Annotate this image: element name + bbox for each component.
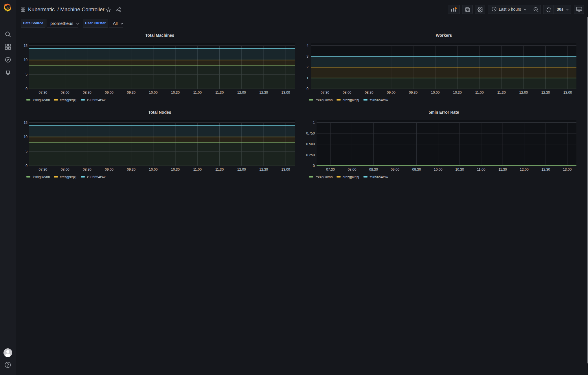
svg-text:09:00: 09:00 [105,168,113,172]
svg-text:12:30: 12:30 [541,168,550,172]
svg-text:10:30: 10:30 [453,91,462,95]
svg-text:7s8lg8kvnh: 7s8lg8kvnh [315,175,333,179]
svg-text:7s8lg8kvnh: 7s8lg8kvnh [32,98,50,102]
svg-text:z985654tsw: z985654tsw [87,98,105,102]
svg-text:10:00: 10:00 [431,91,440,95]
svg-text:08:30: 08:30 [83,91,91,95]
svg-text:09:00: 09:00 [387,91,396,95]
svg-text:10:30: 10:30 [171,91,180,95]
svg-text:Total Machines: Total Machines [145,33,174,38]
svg-text:z985654tsw: z985654tsw [370,98,388,102]
svg-text:0: 0 [25,164,27,168]
svg-text:0.750: 0.750 [306,131,315,135]
svg-text:08:30: 08:30 [369,168,378,172]
svg-text:08:00: 08:00 [61,168,69,172]
svg-text:12:00: 12:00 [237,168,246,172]
svg-text:11:30: 11:30 [215,168,224,172]
svg-text:11:30: 11:30 [499,168,507,172]
svg-text:10:00: 10:00 [149,168,158,172]
svg-text:Total Nodes: Total Nodes [148,110,171,115]
svg-text:08:00: 08:00 [61,91,69,95]
svg-text:2: 2 [306,65,308,69]
svg-text:09:00: 09:00 [391,168,399,172]
svg-text:13:00: 13:00 [281,91,290,95]
svg-text:crczgpkqzj: crczgpkqzj [343,175,359,179]
svg-text:0.500: 0.500 [306,142,315,146]
svg-text:4: 4 [306,44,308,48]
svg-text:7s8lg8kvnh: 7s8lg8kvnh [32,175,50,179]
svg-text:crczgpkqzj: crczgpkqzj [343,98,359,102]
svg-text:07:30: 07:30 [38,91,47,95]
svg-text:08:30: 08:30 [83,168,91,172]
svg-text:07:30: 07:30 [38,168,47,172]
svg-text:11:30: 11:30 [497,91,506,95]
svg-text:12:30: 12:30 [259,91,268,95]
svg-text:0: 0 [306,87,308,91]
svg-text:crczgpkqzj: crczgpkqzj [60,175,76,179]
svg-text:10: 10 [24,58,28,62]
svg-text:08:30: 08:30 [365,91,373,95]
svg-text:10: 10 [24,135,28,139]
svg-text:0: 0 [25,87,27,91]
svg-text:12:00: 12:00 [237,91,246,95]
svg-text:0.250: 0.250 [306,153,315,157]
svg-text:11:00: 11:00 [477,168,485,172]
svg-text:15: 15 [24,121,28,125]
svg-text:09:30: 09:30 [127,91,135,95]
svg-text:09:00: 09:00 [105,91,113,95]
svg-text:11:00: 11:00 [475,91,484,95]
svg-text:10:30: 10:30 [455,168,464,172]
svg-text:11:00: 11:00 [193,168,202,172]
svg-text:07:30: 07:30 [326,168,335,172]
svg-text:5min Error Rate: 5min Error Rate [429,110,459,115]
svg-text:10:30: 10:30 [171,168,180,172]
svg-text:15: 15 [24,44,28,48]
svg-text:08:00: 08:00 [343,91,351,95]
svg-text:5: 5 [25,149,27,153]
svg-text:09:30: 09:30 [127,168,135,172]
svg-text:13:00: 13:00 [563,168,572,172]
svg-text:12:30: 12:30 [259,168,268,172]
svg-text:3: 3 [306,54,308,58]
svg-text:z985654tsw: z985654tsw [370,175,388,179]
svg-text:1: 1 [306,76,308,80]
svg-text:07:30: 07:30 [321,91,329,95]
svg-text:10:00: 10:00 [434,168,442,172]
svg-text:0: 0 [313,164,315,168]
svg-text:10:00: 10:00 [149,91,158,95]
svg-text:5: 5 [25,72,27,76]
svg-text:7s8lg8kvnh: 7s8lg8kvnh [315,98,333,102]
svg-text:09:30: 09:30 [412,168,421,172]
svg-text:z985654tsw: z985654tsw [87,175,105,179]
svg-text:13:00: 13:00 [563,91,572,95]
svg-text:08:00: 08:00 [348,168,356,172]
svg-text:12:30: 12:30 [541,91,550,95]
svg-text:12:00: 12:00 [519,91,528,95]
svg-text:Workers: Workers [436,33,452,38]
svg-text:11:30: 11:30 [215,91,224,95]
svg-text:12:00: 12:00 [520,168,529,172]
svg-text:13:00: 13:00 [281,168,290,172]
svg-text:crczgpkqzj: crczgpkqzj [60,98,76,102]
svg-text:09:30: 09:30 [409,91,418,95]
svg-text:11:00: 11:00 [193,91,202,95]
svg-text:1: 1 [313,121,315,125]
